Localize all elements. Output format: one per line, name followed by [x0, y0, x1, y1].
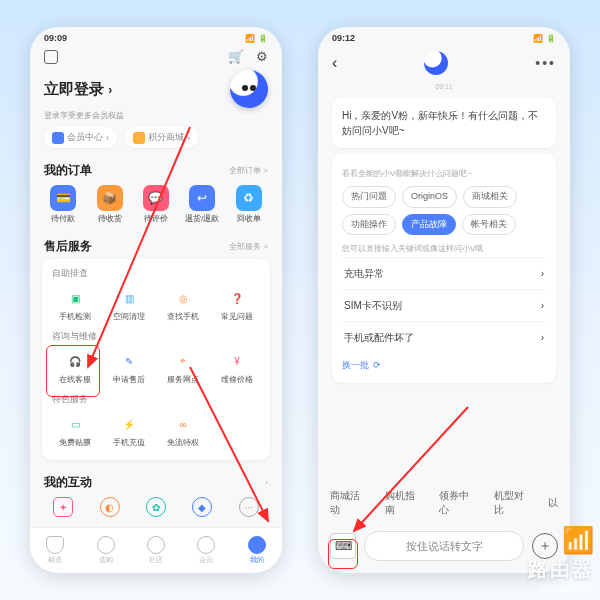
login-title: 立即登录 — [44, 80, 104, 97]
group-special: 特色服务 — [48, 393, 264, 410]
special-film[interactable]: ▭免费贴膜 — [48, 410, 102, 452]
points-mall-pill[interactable]: 积分商城› — [125, 127, 198, 148]
chevron-right-icon: › — [541, 298, 544, 313]
status-icons-r: 📶🔋 — [530, 33, 556, 43]
consult-price[interactable]: ¥维修价格 — [210, 347, 264, 389]
member-icon — [52, 132, 64, 144]
special-blank — [210, 410, 264, 452]
chevron-right-icon: › — [108, 83, 112, 97]
chip-fault[interactable]: 产品故障 — [402, 214, 456, 236]
order-receive[interactable]: 📦待收货 — [86, 183, 132, 226]
status-bar-r: 09:12 📶🔋 — [318, 27, 570, 45]
row-sim[interactable]: SIM卡不识别› — [342, 289, 546, 321]
interact-more[interactable]: › — [265, 478, 268, 487]
phone-left: 09:09 📶🔋 🛒 ⚙ 立即登录 › 登录享受更多会员权益 会员中心› 积分商… — [30, 27, 282, 573]
quick-pills: 会员中心› 积分商城› — [30, 127, 282, 156]
tab-shop[interactable]: 选购 — [80, 528, 130, 573]
bot-avatar[interactable] — [424, 51, 448, 75]
chip-account[interactable]: 帐号相关 — [462, 214, 516, 236]
after-more[interactable]: 全部服务 > — [229, 241, 268, 252]
refresh-icon: ⟳ — [373, 359, 381, 373]
chip-feature[interactable]: 功能操作 — [342, 214, 396, 236]
back-button[interactable]: ‹ — [332, 54, 337, 72]
self-storage[interactable]: ▥空间清理 — [102, 284, 156, 326]
orders-title: 我的订单 — [44, 162, 92, 179]
self-phone-check[interactable]: ▣手机检测 — [48, 284, 102, 326]
voice-input[interactable]: 按住说话转文字 — [364, 531, 524, 561]
hs-more[interactable]: 以 — [548, 496, 558, 510]
more-button[interactable]: ••• — [535, 55, 556, 71]
after-header: 售后服务 全部服务 > — [30, 232, 282, 259]
member-center-pill[interactable]: 会员中心› — [44, 127, 117, 148]
tab-bar: 精选 选购 社区 会员 我的 — [30, 527, 282, 573]
self-find-phone[interactable]: ◎查找手机 — [156, 284, 210, 326]
self-faq[interactable]: ❓常见问题 — [210, 284, 264, 326]
bottom-tabs-scroll[interactable]: 商城活动 购机指南 领券中心 机型对比 以 — [318, 483, 570, 523]
cart-icon[interactable]: 🛒 — [228, 49, 244, 64]
tab-member[interactable]: 会员 — [181, 528, 231, 573]
chevron-right-icon: › — [541, 330, 544, 345]
orders-more[interactable]: 全部订单 > — [229, 165, 268, 176]
order-refund[interactable]: ↩退货/退款 — [179, 183, 225, 226]
special-freeflow[interactable]: ∞免流特权 — [156, 410, 210, 452]
chip-originos[interactable]: OriginOS — [402, 186, 457, 208]
greeting-text: Hi，亲爱的V粉，新年快乐！有什么问题，不妨问问小V吧~ — [342, 108, 546, 138]
special-recharge[interactable]: ⚡手机充值 — [102, 410, 156, 452]
orders-grid: 💳待付款 📦待收货 💬待评价 ↩退货/退款 ♻回收单 — [30, 183, 282, 232]
interact-5[interactable]: ··· — [226, 495, 272, 519]
after-title: 售后服务 — [44, 238, 92, 255]
group-self: 自助排查 — [48, 267, 264, 284]
order-pay[interactable]: 💳待付款 — [40, 183, 86, 226]
login-row[interactable]: 立即登录 › — [30, 68, 282, 110]
points-label: 积分商城 — [148, 131, 184, 144]
chip-row: 热门问题 OriginOS 商城相关 功能操作 产品故障 帐号相关 — [342, 186, 546, 235]
consult-apply[interactable]: ✎申请售后 — [102, 347, 156, 389]
chat-top-bar: ‹ ••• — [318, 45, 570, 81]
interact-1[interactable]: ✦ — [40, 495, 86, 519]
hs-compare[interactable]: 机型对比 — [494, 489, 531, 517]
phone-right: 09:12 📶🔋 ‹ ••• 09:11 Hi，亲爱的V粉，新年快乐！有什么问题… — [318, 27, 570, 573]
top-bar: 🛒 ⚙ — [30, 45, 282, 68]
order-review[interactable]: 💬待评价 — [133, 183, 179, 226]
watermark: 📶 路由器 luyouqi.com — [528, 525, 594, 594]
consult-online-service[interactable]: 🎧在线客服 — [48, 347, 102, 389]
row-broken[interactable]: 手机或配件坏了› — [342, 321, 546, 353]
interact-3[interactable]: ✿ — [133, 495, 179, 519]
interact-4[interactable]: ◆ — [179, 495, 225, 519]
login-subtitle: 登录享受更多会员权益 — [30, 110, 282, 127]
chip-mall[interactable]: 商城相关 — [463, 186, 517, 208]
points-icon — [133, 132, 145, 144]
status-time: 09:09 — [44, 33, 67, 43]
row-charging[interactable]: 充电异常› — [342, 257, 546, 289]
tab-featured[interactable]: 精选 — [30, 528, 80, 573]
gear-icon[interactable]: ⚙ — [256, 49, 268, 64]
order-recycle[interactable]: ♻回收单 — [226, 183, 272, 226]
chip-hot[interactable]: 热门问题 — [342, 186, 396, 208]
tab-mine[interactable]: 我的 — [232, 528, 282, 573]
status-icons: 📶🔋 — [242, 33, 268, 43]
interact-header: 我的互动 › — [30, 468, 282, 495]
avatar[interactable] — [230, 70, 268, 108]
group-consult: 咨询与维修 — [48, 330, 264, 347]
menu-bubble: 看看全能的小V都能解决什么问题吧~ 热门问题 OriginOS 商城相关 功能操… — [332, 154, 556, 383]
member-label: 会员中心 — [67, 131, 103, 144]
hs-guide[interactable]: 购机指南 — [385, 489, 422, 517]
msg-time: 09:11 — [318, 81, 570, 92]
hint-text: 您可以直接输入关键词或像这样问小V哦 — [342, 243, 546, 255]
chevron-right-icon: › — [541, 266, 544, 281]
settings-icon[interactable] — [44, 50, 58, 64]
hs-coupon[interactable]: 领券中心 — [439, 489, 476, 517]
top-actions: 🛒 ⚙ — [228, 49, 268, 64]
service-card: 自助排查 ▣手机检测 ▥空间清理 ◎查找手机 ❓常见问题 咨询与维修 🎧在线客服… — [42, 259, 270, 460]
status-bar: 09:09 📶🔋 — [30, 27, 282, 45]
interact-2[interactable]: ◐ — [86, 495, 132, 519]
watermark-cn: 路由器 — [528, 556, 594, 583]
consult-store[interactable]: ⌖服务网点 — [156, 347, 210, 389]
hs-mall[interactable]: 商城活动 — [330, 489, 367, 517]
tab-community[interactable]: 社区 — [131, 528, 181, 573]
greeting-bubble: Hi，亲爱的V粉，新年快乐！有什么问题，不妨问问小V吧~ — [332, 98, 556, 148]
capabilities-text: 看看全能的小V都能解决什么问题吧~ — [342, 168, 546, 180]
status-time-r: 09:12 — [332, 33, 355, 43]
keyboard-toggle[interactable]: ⌨ — [330, 533, 356, 559]
refresh-batch[interactable]: 换一批⟳ — [342, 353, 546, 373]
